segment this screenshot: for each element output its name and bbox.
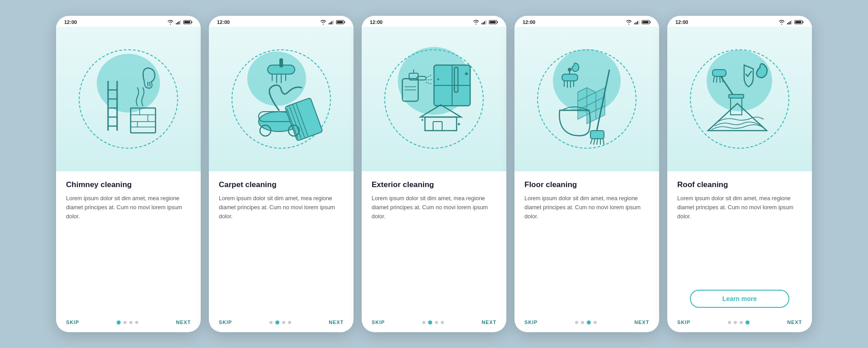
svg-rect-70 (634, 23, 635, 24)
svg-rect-43 (481, 23, 482, 24)
svg-rect-6 (184, 21, 190, 24)
time-2: 12:00 (217, 19, 230, 25)
status-bar-3: 12:00 (362, 16, 506, 27)
svg-rect-45 (484, 21, 485, 24)
svg-rect-67 (433, 122, 442, 131)
svg-line-114 (713, 76, 714, 82)
dots-4 (575, 320, 597, 324)
floor-icon-svg (537, 52, 637, 146)
next-btn-1[interactable]: NEXT (176, 320, 191, 325)
status-bar-4: 12:00 (514, 16, 659, 27)
body-roof: Lorem ipsum dolor sit dim amet, mea regi… (677, 194, 802, 285)
content-roof: Roof cleaning Lorem ipsum dolor sit dim … (667, 171, 812, 315)
dot-3-0 (422, 321, 425, 324)
next-btn-3[interactable]: NEXT (481, 320, 496, 325)
next-btn-5[interactable]: NEXT (787, 320, 802, 325)
skip-btn-4[interactable]: SKIP (524, 320, 538, 325)
svg-rect-95 (562, 74, 578, 81)
svg-rect-33 (279, 58, 283, 67)
svg-rect-48 (497, 22, 498, 23)
dot-4-0 (575, 321, 578, 324)
signal-icon-2 (329, 20, 334, 24)
svg-rect-75 (650, 22, 651, 23)
status-icons-4 (626, 20, 651, 24)
status-icons-2 (320, 20, 345, 24)
skip-btn-2[interactable]: SKIP (219, 320, 232, 325)
svg-rect-1 (177, 22, 178, 24)
dot-2-3 (288, 321, 291, 324)
svg-rect-44 (483, 22, 484, 24)
dot-4-3 (594, 321, 597, 324)
skip-btn-1[interactable]: SKIP (66, 320, 79, 325)
content-chimney: Chimney cleaning Lorem ipsum dolor sit d… (56, 171, 201, 315)
dot-4-2 (587, 320, 591, 324)
dots-2 (269, 320, 291, 324)
status-icons-1 (167, 20, 193, 24)
time-4: 12:00 (523, 19, 535, 25)
dots-3 (422, 320, 444, 324)
battery-icon-4 (642, 20, 651, 24)
svg-rect-14 (131, 108, 156, 133)
bottom-nav-2: SKIP NEXT (209, 315, 354, 332)
next-btn-4[interactable]: NEXT (634, 320, 649, 325)
content-floor: Floor cleaning Lorem ipsum dolor sit dim… (514, 171, 659, 315)
svg-rect-73 (638, 20, 639, 24)
dot-2-0 (269, 321, 273, 324)
exterior-icon-svg: ✦ ✦ ✦ ✦ (384, 52, 484, 146)
svg-marker-65 (425, 117, 457, 131)
dot-1-1 (123, 321, 127, 324)
svg-line-61 (426, 80, 433, 80)
roof-icon-svg (690, 52, 789, 146)
svg-line-117 (722, 76, 723, 82)
svg-line-60 (426, 75, 432, 78)
svg-rect-104 (790, 21, 791, 24)
svg-rect-89 (590, 131, 604, 139)
time-5: 12:00 (675, 19, 688, 25)
svg-rect-3 (180, 20, 181, 24)
title-floor: Floor cleaning (524, 180, 649, 189)
title-chimney: Chimney cleaning (66, 180, 191, 189)
signal-icon (176, 20, 181, 24)
battery-icon (184, 20, 193, 24)
svg-line-112 (719, 74, 733, 94)
body-chimney: Lorem ipsum dolor sit dim amet, mea regi… (66, 194, 191, 310)
illustration-carpet (209, 27, 354, 171)
signal-icon-4 (634, 20, 640, 24)
dot-5-1 (734, 321, 737, 324)
status-bar-2: 12:00 (209, 16, 354, 27)
status-icons-3 (473, 20, 498, 24)
svg-rect-2 (179, 21, 179, 24)
svg-line-91 (594, 139, 595, 145)
title-exterior: Exterior cleaning (372, 180, 496, 189)
skip-btn-3[interactable]: SKIP (372, 320, 385, 325)
body-floor: Lorem ipsum dolor sit dim amet, mea regi… (524, 194, 649, 310)
wifi-icon-3 (473, 20, 479, 24)
dot-3-3 (441, 321, 444, 324)
screen-roof: 12:00 (667, 16, 812, 332)
skip-btn-5[interactable]: SKIP (677, 320, 690, 325)
svg-rect-113 (712, 70, 726, 76)
dot-3-2 (435, 321, 438, 324)
svg-rect-26 (344, 22, 345, 23)
chimney-icon-svg (81, 54, 176, 144)
body-exterior: Lorem ipsum dolor sit dim amet, mea regi… (372, 194, 496, 310)
svg-rect-105 (791, 20, 792, 24)
svg-text:✦: ✦ (436, 77, 440, 82)
status-bar-5: 12:00 (667, 16, 812, 27)
learn-more-button[interactable]: Learn more (690, 290, 790, 308)
svg-rect-22 (330, 22, 331, 24)
next-btn-2[interactable]: NEXT (329, 320, 344, 325)
svg-line-115 (717, 76, 717, 83)
status-icons-5 (778, 20, 804, 24)
svg-rect-0 (176, 23, 177, 24)
battery-icon-3 (489, 20, 498, 24)
carpet-icon-svg (231, 52, 331, 146)
bottom-nav-3: SKIP NEXT (362, 315, 506, 332)
dot-1-3 (135, 321, 138, 324)
wifi-icon-5 (778, 20, 785, 24)
dot-5-2 (740, 321, 743, 324)
svg-rect-102 (787, 23, 788, 24)
svg-rect-46 (486, 20, 486, 24)
svg-line-94 (603, 139, 604, 145)
svg-rect-23 (331, 21, 332, 24)
